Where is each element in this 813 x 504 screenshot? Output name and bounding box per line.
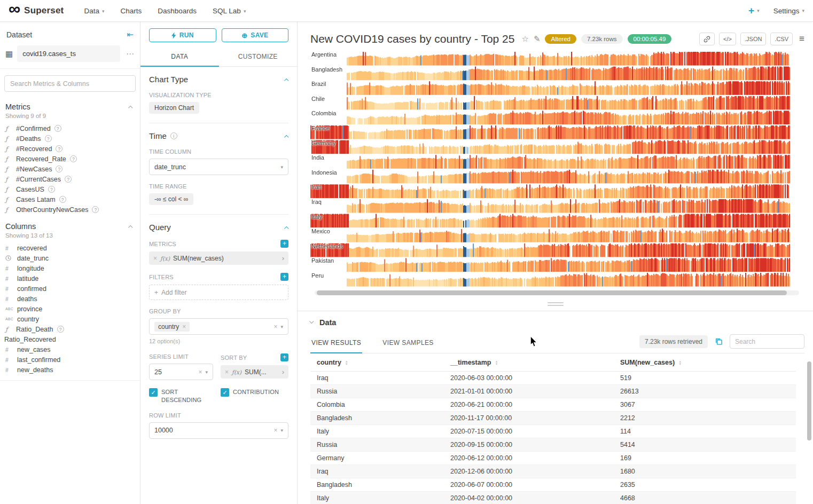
add-sort-button[interactable]: + [280,353,288,361]
copy-link-button[interactable] [699,33,715,45]
group-by-select[interactable]: country × × ▾ [149,318,288,335]
add-filter-dropzone[interactable]: + Add filter [149,285,288,300]
tab-data[interactable]: DATA [140,48,219,66]
results-vertical-scrollbar[interactable] [807,361,811,440]
chevron-up-icon[interactable] [284,78,288,82]
metric-item--newcases[interactable]: ƒ #NewCases ? [0,164,140,174]
table-row[interactable]: Italy2020-04-02 00:00:004668 [310,492,796,504]
group-by-chip[interactable]: country × [154,322,190,332]
table-row[interactable]: Russia2020-09-15 00:00:005414 [310,438,796,452]
column-item-longitude[interactable]: # longitude [0,263,140,273]
column-item-latitude[interactable]: # latitude [0,273,140,284]
column-item-ratio-recovered[interactable]: Ratio_Recovered [0,334,140,344]
series-limit-select[interactable]: 25 × ▾ [149,364,213,380]
chevron-down-icon: ▾ [757,8,760,13]
sort-by-chip[interactable]: × ƒ(x) SUM(... › [221,365,288,379]
export-json-button[interactable]: .JSON [740,33,766,45]
nav-item-sql-lab[interactable]: SQL Lab▾ [213,7,246,15]
remove-icon[interactable]: × [225,368,229,376]
column-item-recovered[interactable]: # recovered [0,243,140,253]
column-header--timestamp[interactable]: __timestamp▲▼ [444,353,614,372]
save-button[interactable]: ⊕ SAVE [222,28,289,42]
chevron-up-icon[interactable] [128,225,132,230]
table-row[interactable]: Iraq2020-12-06 00:00:001680 [310,465,796,478]
chevron-up-icon[interactable] [284,135,288,139]
table-row[interactable]: Italy2020-07-15 00:00:00114 [310,425,796,438]
contribution-checkbox[interactable]: ✓ [221,388,229,397]
column-item-new-deaths[interactable]: # new_deaths [0,365,140,375]
add-filter-button[interactable]: + [280,273,288,281]
edit-title-icon[interactable]: ✎ [534,34,541,44]
metric-item--confirmed[interactable]: ƒ #Confirmed ? [0,123,140,133]
tab-customize[interactable]: CUSTOMIZE [219,48,298,66]
time-column-select[interactable]: date_trunc ▾ [149,159,288,175]
brand[interactable]: ∞ Superset [9,5,64,16]
column-header-country[interactable]: country▲▼ [310,353,444,372]
metric-item--recovered[interactable]: ƒ #Recovered ? [0,144,140,154]
clear-icon[interactable]: × [198,368,202,376]
export-csv-button[interactable]: .CSV [770,33,793,45]
metric-item--deaths[interactable]: ƒ #Deaths ? [0,133,140,144]
sort-descending-checkbox[interactable]: ✓ [149,388,158,397]
metric-item-recovered-rate[interactable]: ƒ Recovered_Rate ? [0,154,140,164]
chart-horizontal-scrollbar[interactable] [315,290,799,295]
table-row[interactable]: Germany2020-06-12 00:00:00169 [310,452,796,465]
column-item-ratio-death[interactable]: ƒ Ratio_Death ? [0,324,140,334]
clear-icon[interactable]: × [273,427,277,434]
chevron-down-icon: ▾ [280,324,283,329]
help-icon: ? [57,326,64,333]
nav-item-data[interactable]: Data▾ [84,7,104,15]
horizon-chart[interactable] [310,52,790,288]
new-item-button[interactable]: +▾ [748,5,760,17]
tab-view-results[interactable]: VIEW RESULTS [310,339,362,353]
nav-item-charts[interactable]: Charts [121,7,142,15]
column-header-sum-new-cases-[interactable]: SUM(new_cases)▲▼ [614,353,796,372]
copy-data-button[interactable] [715,337,723,345]
favorite-star-icon[interactable]: ☆ [521,34,528,44]
run-button[interactable]: RUN [149,28,216,42]
column-item-new-cases[interactable]: # new_cases [0,344,140,355]
column-item-country[interactable]: ABC country [0,314,140,324]
table-row[interactable]: Bangladesh2020-11-17 00:00:002212 [310,412,796,425]
table-row[interactable]: Russia2021-01-01 00:00:0026613 [310,385,796,398]
settings-menu[interactable]: Settings▾ [773,7,804,15]
time-range-value[interactable]: -∞ ≤ col < ∞ [149,193,193,205]
viz-type-value[interactable]: Horizon Chart [149,102,199,114]
nav-item-dashboards[interactable]: Dashboards [158,7,197,15]
chevron-right-icon[interactable]: › [282,254,284,262]
text-type-icon: ABC [5,317,13,321]
remove-icon[interactable]: × [182,323,186,330]
chevron-up-icon[interactable] [128,106,132,110]
embed-code-button[interactable]: </> [719,33,736,45]
column-item-last-confirmed[interactable]: # last_confirmed [0,355,140,365]
altered-badge[interactable]: Altered [545,34,576,44]
row-limit-select[interactable]: 10000 × ▾ [149,422,288,439]
collapse-panel-icon[interactable]: ⇤ [127,30,134,40]
tab-view-samples[interactable]: VIEW SAMPLES [381,339,435,353]
column-item-confirmed[interactable]: # confirmed [0,284,140,294]
chevron-down-icon[interactable] [309,319,314,324]
table-row[interactable]: Bangladesh2020-06-07 00:00:002635 [310,478,796,492]
column-item-date-trunc[interactable]: date_trunc [0,253,140,263]
chevron-up-icon[interactable] [284,226,288,230]
dataset-name[interactable]: covid19.cases_ts [17,45,120,62]
metrics-columns-search-input[interactable] [4,75,136,92]
column-item-province[interactable]: ABC province [0,304,140,314]
chevron-right-icon[interactable]: › [282,368,284,376]
results-search-input[interactable] [730,334,804,349]
clear-icon[interactable]: × [273,323,277,330]
metric-item-cases-latam[interactable]: ƒ Cases Latam ? [0,194,140,204]
add-metric-button[interactable]: + [280,240,288,248]
table-row[interactable]: Iraq2020-06-03 00:00:00519 [310,372,796,385]
metric-chip[interactable]: × ƒ(x) SUM(new_cases) › [149,251,288,265]
dataset-options-icon[interactable]: ⋯ [124,49,136,59]
table-row[interactable]: Colombia2020-06-21 00:00:003067 [310,398,796,412]
remove-icon[interactable]: × [153,255,157,262]
column-item-deaths[interactable]: # deaths [0,294,140,304]
metric-item-othercountrynewcases[interactable]: ƒ OtherCountryNewCases ? [0,204,140,215]
metric-item-casesus[interactable]: ƒ CasesUS ? [0,184,140,194]
metric-item--currentcases[interactable]: ƒ #CurrentCases ? [0,174,140,184]
chart-menu-icon[interactable]: ≡ [799,34,804,44]
scrollbar-thumb[interactable] [317,290,787,295]
panel-resize-handle[interactable] [548,302,564,306]
